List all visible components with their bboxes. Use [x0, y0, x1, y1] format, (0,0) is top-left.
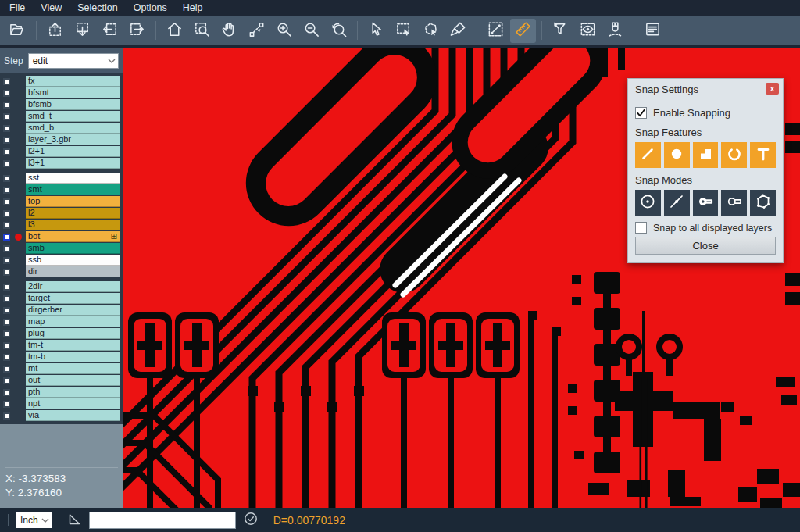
grid-icon[interactable]: ⊞ [111, 233, 117, 241]
layer-via[interactable]: via [26, 410, 120, 421]
toolbar-ruler-button[interactable] [510, 19, 536, 43]
layer-visibility-checkbox[interactable] [0, 410, 23, 421]
layer-tm-b[interactable]: tm-b [26, 352, 120, 362]
toolbar-view-region-button[interactable] [575, 19, 601, 43]
corner-angle-icon[interactable] [66, 511, 82, 530]
close-icon[interactable]: x [766, 83, 779, 95]
toolbar-brush-button[interactable] [445, 19, 471, 43]
layer-smb[interactable]: smb [26, 243, 120, 254]
layer-tm-t[interactable]: tm-t [26, 340, 120, 351]
snap-feature-circle-button[interactable] [664, 142, 690, 168]
snap-dialog-titlebar[interactable]: Snap Settings x [628, 79, 783, 99]
toolbar-select-rect-button[interactable] [391, 19, 416, 43]
toolbar-layers-panel-button[interactable] [640, 19, 666, 43]
menu-item-selection[interactable]: Selection [70, 0, 125, 16]
toolbar-home-button[interactable] [162, 19, 188, 43]
layer-visibility-checkbox[interactable] [0, 231, 23, 242]
layer-visibility-checkbox[interactable] [0, 208, 23, 219]
layer-smd_t[interactable]: smd_t [26, 111, 120, 122]
snap-feature-arc-button[interactable] [721, 142, 747, 168]
toolbar-filter-button[interactable] [548, 19, 573, 43]
layer-visibility-checkbox[interactable] [0, 146, 23, 157]
layer-l3+1[interactable]: l3+1 [26, 158, 120, 169]
toolbar-zoom-previous-button[interactable] [326, 19, 352, 43]
layer-visibility-checkbox[interactable] [0, 99, 23, 110]
snap-mode-midpoint-button[interactable] [664, 190, 690, 216]
unit-select[interactable]: Inch [16, 512, 52, 528]
layer-dirgerber[interactable]: dirgerber [26, 305, 120, 316]
menu-item-help[interactable]: Help [175, 0, 211, 16]
layer-visibility-checkbox[interactable] [0, 255, 23, 266]
layer-l2[interactable]: l2 [26, 208, 120, 219]
layer-top[interactable]: top [26, 196, 120, 207]
layer-2dir--[interactable]: 2dir-- [26, 281, 120, 292]
layer-visibility-checkbox[interactable] [0, 134, 23, 145]
layer-visibility-checkbox[interactable] [0, 158, 23, 169]
toolbar-zoom-in-button[interactable] [271, 19, 297, 43]
layer-visibility-checkbox[interactable] [0, 328, 23, 339]
layer-layer_3.gbr[interactable]: layer_3.gbr [26, 134, 120, 145]
toolbar-select-arrow-button[interactable] [363, 19, 389, 43]
toolbar-pan-hand-button[interactable] [216, 19, 242, 43]
layer-visibility-checkbox[interactable] [0, 293, 23, 304]
layer-out[interactable]: out [26, 375, 120, 386]
toolbar-arrow-up-box-button[interactable] [42, 19, 68, 43]
snap-mode-center-button[interactable] [635, 190, 661, 216]
snap-mode-slot-filled-button[interactable] [693, 190, 719, 216]
toolbar-drag-vertex-button[interactable] [244, 19, 270, 43]
layer-visibility-checkbox[interactable] [0, 184, 23, 195]
layer-visibility-checkbox[interactable] [0, 76, 23, 87]
close-button[interactable]: Close [635, 237, 776, 255]
layer-visibility-checkbox[interactable] [0, 363, 23, 374]
measure-input[interactable] [89, 512, 236, 529]
layer-bot[interactable]: bot⊞ [26, 231, 120, 242]
layer-visibility-checkbox[interactable] [0, 352, 23, 362]
toolbar-select-polygon-button[interactable] [418, 19, 444, 43]
layer-visibility-checkbox[interactable] [0, 266, 23, 277]
snap-feature-line-button[interactable] [635, 142, 661, 168]
layer-visibility-checkbox[interactable] [0, 173, 23, 184]
menu-item-view[interactable]: View [33, 0, 70, 16]
layer-l3[interactable]: l3 [26, 220, 120, 230]
layer-visibility-checkbox[interactable] [0, 220, 23, 230]
sync-check-icon[interactable] [243, 511, 259, 530]
snap-feature-polygon-button[interactable] [693, 142, 719, 168]
toolbar-measure-line-button[interactable] [483, 19, 509, 43]
layer-l2+1[interactable]: l2+1 [26, 146, 120, 157]
layer-fx[interactable]: fx [26, 76, 120, 87]
layer-smd_b[interactable]: smd_b [26, 123, 120, 134]
toolbar-zoom-area-button[interactable] [189, 19, 215, 43]
layer-ssb[interactable]: ssb [26, 255, 120, 266]
layer-visibility-checkbox[interactable] [0, 196, 23, 207]
layer-target[interactable]: target [26, 293, 120, 304]
step-select[interactable]: edit [28, 53, 119, 69]
snap-mode-vertex-button[interactable] [750, 190, 776, 216]
layer-visibility-checkbox[interactable] [0, 243, 23, 254]
layer-visibility-checkbox[interactable] [0, 123, 23, 134]
layer-visibility-checkbox[interactable] [0, 87, 23, 98]
layer-visibility-checkbox[interactable] [0, 387, 23, 398]
layer-visibility-checkbox[interactable] [0, 340, 23, 351]
enable-snapping-checkbox[interactable] [635, 107, 647, 119]
toolbar-arrow-down-box-button[interactable] [70, 19, 95, 43]
layer-map[interactable]: map [26, 316, 120, 327]
layer-visibility-checkbox[interactable] [0, 281, 23, 292]
layer-visibility-checkbox[interactable] [0, 305, 23, 316]
toolbar-open-folder-button[interactable] [5, 19, 30, 43]
layer-bfsmb[interactable]: bfsmb [26, 99, 120, 110]
layer-mt[interactable]: mt [26, 363, 120, 374]
layer-visibility-checkbox[interactable] [0, 111, 23, 122]
layer-sst[interactable]: sst [26, 173, 120, 184]
layer-dir[interactable]: dir [26, 266, 120, 277]
toolbar-arrow-right-box-button[interactable] [124, 19, 150, 43]
snap-mode-slot-outline-button[interactable] [721, 190, 747, 216]
layer-bfsmt[interactable]: bfsmt [26, 87, 120, 98]
toolbar-magnet-button[interactable] [602, 19, 628, 43]
toolbar-zoom-out-button[interactable] [298, 19, 324, 43]
menu-item-options[interactable]: Options [126, 0, 175, 16]
snap-all-layers-checkbox[interactable] [635, 222, 647, 234]
toolbar-arrow-left-box-button[interactable] [97, 19, 123, 43]
layer-pth[interactable]: pth [26, 387, 120, 398]
layer-npt[interactable]: npt [26, 398, 120, 409]
layer-plug[interactable]: plug [26, 328, 120, 339]
